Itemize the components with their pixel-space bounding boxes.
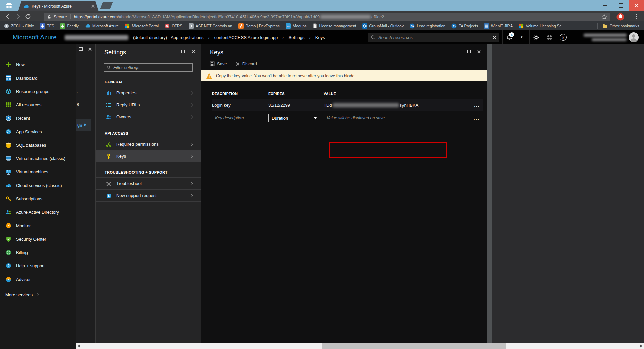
vertical-scrollbar[interactable]	[487, 44, 492, 343]
settings-gear-button[interactable]	[529, 30, 543, 44]
window-close-button[interactable]	[629, 0, 644, 11]
sidebar-item-sql-databases[interactable]: SQL databases	[0, 138, 76, 152]
settings-item-required-permissions[interactable]: Required permissions	[96, 138, 201, 150]
bookmark-citrix[interactable]: ZECH - Citrix	[4, 23, 34, 29]
sidebar-item-vm-classic[interactable]: Virtual machines (classic)	[0, 152, 76, 165]
reload-icon[interactable]	[23, 12, 33, 21]
bookmark-volume-licensing[interactable]: Volume Licensing Se	[519, 23, 561, 29]
bookmark-ta-projects[interactable]: STA Projects	[451, 23, 478, 29]
tab-close-icon[interactable]	[91, 4, 95, 8]
notifications-bell-button[interactable]: 6	[502, 30, 516, 44]
sidebar-item-advisor[interactable]: Advisor	[0, 272, 76, 286]
bookmark-msportal[interactable]: Microsoft Portal	[125, 23, 159, 29]
settings-item-reply-urls[interactable]: Reply URLs	[96, 99, 201, 111]
row-context-menu-button[interactable]: ...	[464, 103, 483, 108]
search-resources-box[interactable]	[368, 33, 499, 42]
url-tail: ef0ee2	[371, 15, 384, 19]
browser-tab[interactable]: Keys - Microsoft Azure	[18, 1, 99, 11]
help-button[interactable]: ?	[556, 30, 570, 44]
bookmark-moqups[interactable]: mMoqups	[286, 23, 307, 29]
cloud-shell-button[interactable]: >_	[516, 30, 529, 44]
sidebar-item-app-services[interactable]: App Services	[0, 125, 76, 138]
settings-item-new-support-request[interactable]: New support request	[96, 190, 201, 202]
blade-restore-icon[interactable]	[79, 47, 83, 51]
bookmark-tfs[interactable]: TFS	[40, 23, 54, 29]
bookmark-license[interactable]: License management	[313, 23, 356, 28]
sidebar-item-aad[interactable]: Azure Active Directory	[0, 205, 76, 219]
azure-logo[interactable]: Microsoft Azure	[13, 34, 57, 41]
filter-settings-box[interactable]	[104, 63, 193, 72]
sidebar-item-resource-groups[interactable]: Resource groups	[0, 85, 76, 98]
azure-header: Microsoft Azure (default directory) - Ap…	[0, 30, 644, 44]
forward-icon[interactable]	[13, 12, 23, 21]
new-tab-button[interactable]	[100, 2, 113, 9]
address-bar[interactable]: Secure https://portal.azure.com/#blade/M…	[44, 13, 610, 21]
bookmark-aspnet[interactable]: ASP.NET Controls an	[189, 23, 232, 29]
clipped-settings-link[interactable]: gs	[76, 119, 91, 131]
sidebar-item-recent[interactable]: Recent	[0, 111, 76, 125]
settings-item-owners[interactable]: Owners	[96, 111, 201, 123]
bookmark-azure[interactable]: Microsoft Azure	[85, 23, 119, 29]
breadcrumb-directory[interactable]: (default directory) - App registrations	[133, 35, 204, 40]
settings-item-keys[interactable]: Keys	[96, 150, 201, 162]
sidebar-item-dashboard[interactable]: Dashboard	[0, 71, 76, 85]
bookmark-outlook[interactable]: GroupMail - Outlook	[362, 23, 404, 29]
breadcrumb-app[interactable]: contentACCESS Azure login app	[214, 35, 278, 40]
bookmark-star-icon[interactable]	[601, 14, 607, 20]
maximize-icon[interactable]	[467, 50, 471, 53]
incognito-icon	[5, 2, 13, 9]
browser-menu-icon[interactable]	[633, 13, 640, 20]
sidebar-item-security-center[interactable]: Security Center	[0, 232, 76, 246]
row-context-menu-button[interactable]: ...	[464, 115, 483, 121]
bookmark-feedly[interactable]: Feedly	[60, 23, 79, 29]
bookmark-jira[interactable]: WienIT JIRA	[484, 23, 513, 29]
bookmark-devexpress[interactable]: Demo | DevExpress	[238, 23, 280, 29]
sidebar-item-monitor[interactable]: Monitor	[0, 219, 76, 232]
scroll-right-arrow-icon[interactable]	[640, 344, 642, 348]
sidebar-item-help-support[interactable]: ? Help + support	[0, 259, 76, 272]
breadcrumb-keys[interactable]: Keys	[315, 35, 325, 40]
close-icon[interactable]	[191, 50, 195, 53]
clear-search-icon[interactable]	[492, 36, 496, 39]
feedback-smiley-button[interactable]	[543, 30, 556, 44]
sidebar-item-cloud-services[interactable]: Cloud services (classic)	[0, 179, 76, 192]
back-icon[interactable]	[3, 12, 13, 21]
sql-databases-icon	[5, 142, 12, 148]
hamburger-menu-icon[interactable]	[9, 49, 15, 53]
sidebar-item-billing[interactable]: Billing	[0, 246, 76, 259]
blade-close-icon[interactable]	[88, 47, 92, 51]
key-description-input[interactable]	[212, 114, 265, 122]
bookmark-lead-registration[interactable]: SLead registration	[410, 23, 445, 29]
discard-x-icon	[236, 62, 240, 66]
adblock-extension-icon[interactable]	[616, 13, 624, 21]
search-input[interactable]	[378, 35, 492, 40]
sidebar-item-new[interactable]: New	[0, 58, 76, 71]
duration-select[interactable]: Duration	[268, 114, 320, 122]
bookmark-otrs[interactable]: OTRS	[165, 23, 182, 29]
horizontal-scrollbar[interactable]	[76, 343, 644, 349]
window-minimize-button[interactable]	[598, 0, 613, 11]
settings-item-troubleshoot[interactable]: Troubleshoot	[96, 178, 201, 190]
filter-settings-input[interactable]	[113, 65, 190, 70]
save-button[interactable]: Save	[210, 61, 227, 66]
sidebar-item-vm[interactable]: Virtual machines	[0, 165, 76, 179]
scrollbar-thumb[interactable]	[322, 343, 506, 349]
settings-blade: Settings GENERAL Properties Reply URLs O…	[96, 44, 201, 343]
scroll-left-arrow-icon[interactable]	[78, 344, 80, 348]
window-restore-button[interactable]	[613, 0, 629, 11]
sidebar-item-all-resources[interactable]: All resources	[0, 98, 76, 111]
discard-button[interactable]: Discard	[236, 61, 257, 66]
key-value-input[interactable]	[324, 114, 461, 122]
breadcrumb-settings[interactable]: Settings	[289, 35, 305, 40]
breadcrumb-separator: ›	[282, 35, 284, 40]
settings-item-properties[interactable]: Properties	[96, 87, 201, 99]
more-services-button[interactable]: More services	[0, 288, 76, 301]
close-icon[interactable]	[477, 50, 481, 53]
key-row[interactable]: Login key 31/12/2299 TDdsynHBKA= ...	[212, 99, 483, 111]
chevron-down-icon	[314, 117, 317, 119]
sidebar-item-subscriptions[interactable]: Subscriptions	[0, 192, 76, 205]
account-info[interactable]	[570, 30, 627, 44]
avatar[interactable]	[629, 32, 639, 42]
other-bookmarks-button[interactable]: Other bookmarks	[610, 24, 639, 28]
maximize-icon[interactable]	[181, 50, 185, 53]
